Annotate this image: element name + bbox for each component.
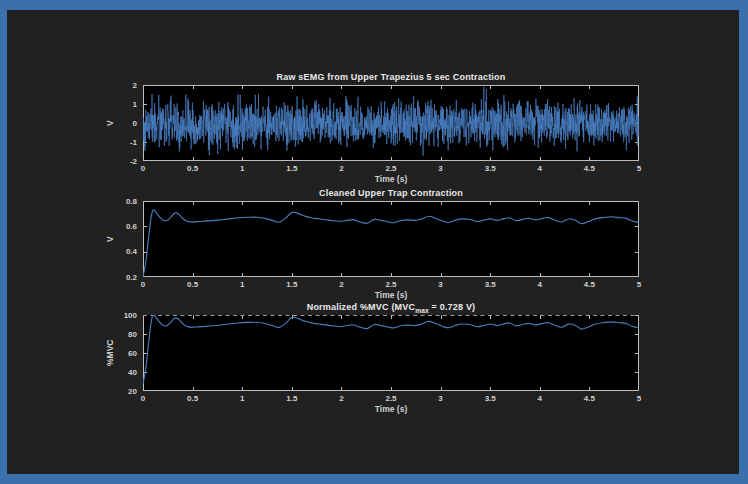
plot-title: Normalized %MVC (MVCmax = 0.728 V) xyxy=(143,301,639,313)
x-tick-label: 0.5 xyxy=(175,394,211,403)
y-tick-label: 80 xyxy=(7,330,137,339)
title-text: Normalized %MVC (MVC xyxy=(307,302,416,312)
x-tick-label: 1 xyxy=(224,394,260,403)
y-tick-label: 100 xyxy=(7,311,137,320)
x-tick-label: 2 xyxy=(323,394,359,403)
screen: Raw sEMG from Upper Trapezius 5 sec Cont… xyxy=(0,0,748,484)
y-tick-label: 60 xyxy=(7,349,137,358)
y-tick-label: 20 xyxy=(7,387,137,396)
x-tick-label: 1.5 xyxy=(274,394,310,403)
x-tick-label: 4 xyxy=(522,394,558,403)
x-tick-label: 4.5 xyxy=(571,394,607,403)
mvc-plot-area xyxy=(143,315,639,391)
x-tick-label: 5 xyxy=(621,394,657,403)
x-tick-label: 2.5 xyxy=(373,394,409,403)
matlab-figure: Raw sEMG from Upper Trapezius 5 sec Cont… xyxy=(7,10,739,474)
y-tick-label: 40 xyxy=(7,368,137,377)
title-subscript: max xyxy=(415,307,429,314)
x-axis-label: Time (s) xyxy=(143,404,639,415)
x-tick-label: 3 xyxy=(423,394,459,403)
subplot-normalized-mvc: Normalized %MVC (MVCmax = 0.728 V) %MVC … xyxy=(7,10,739,474)
x-tick-label: 3.5 xyxy=(472,394,508,403)
title-text: = 0.728 V) xyxy=(429,302,475,312)
